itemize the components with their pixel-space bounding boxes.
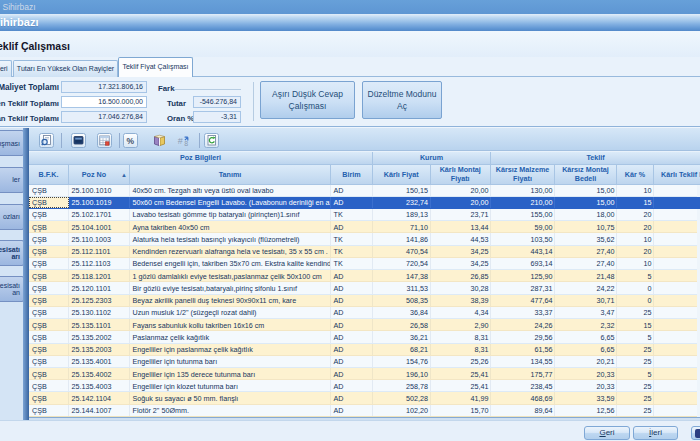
svg-text:#: #	[178, 136, 183, 146]
svg-text:%: %	[126, 136, 134, 146]
svg-text:8: 8	[184, 140, 188, 147]
